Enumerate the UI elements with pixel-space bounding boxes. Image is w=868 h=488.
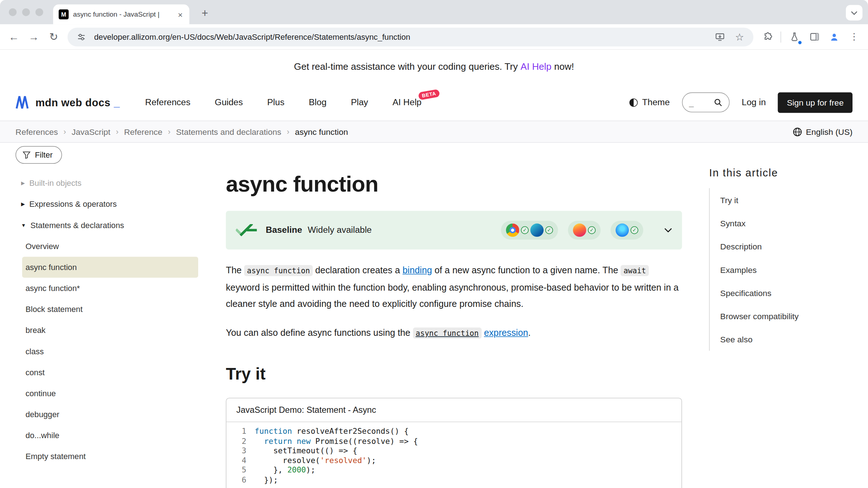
- breadcrumb-item[interactable]: Statements and declarations: [176, 127, 281, 136]
- globe-icon: [793, 127, 802, 136]
- demo-code-editor[interactable]: 1function resolveAfter2Seconds() {2 retu…: [226, 422, 681, 485]
- sidebar-item[interactable]: ▼Statements & declarations: [16, 215, 198, 236]
- line-number: 3: [226, 446, 246, 456]
- baseline-expand-chevron-icon[interactable]: [664, 228, 672, 232]
- nav-ai-help[interactable]: AI Help BETA: [392, 97, 421, 107]
- breadcrumb-item[interactable]: async function: [295, 127, 348, 136]
- experiments-flask-icon[interactable]: [786, 29, 803, 45]
- back-button[interactable]: ←: [5, 29, 22, 45]
- sidebar-item-label: const: [25, 368, 44, 377]
- install-app-icon[interactable]: [712, 33, 727, 41]
- forward-button[interactable]: →: [25, 29, 42, 45]
- search-hint: _: [689, 98, 709, 107]
- breadcrumb-item[interactable]: Reference: [124, 127, 162, 136]
- toolbar-separator: [780, 31, 781, 42]
- sidebar-item[interactable]: Overview: [22, 236, 198, 257]
- beta-badge: BETA: [418, 89, 440, 100]
- sidebar-item[interactable]: break: [22, 320, 198, 341]
- code-text: return new Promise((resolve) => {: [255, 436, 418, 446]
- ai-help-link[interactable]: AI Help: [520, 61, 551, 73]
- mdn-favicon-icon: M: [59, 9, 69, 20]
- filter-label: Filter: [35, 150, 52, 159]
- sidebar-item[interactable]: debugger: [22, 404, 198, 425]
- reload-button[interactable]: ↻: [46, 29, 62, 45]
- nav-plus[interactable]: Plus: [267, 97, 285, 107]
- nav-references[interactable]: References: [145, 97, 190, 107]
- browser-toolbar: ← → ↻ developer.allizom.org/en-US/docs/W…: [0, 24, 868, 50]
- header-right: Theme _ Log in Sign up for free: [629, 92, 852, 113]
- site-search[interactable]: _: [682, 93, 729, 112]
- mdn-logo[interactable]: mdn web docs _: [16, 96, 120, 109]
- breadcrumb-item[interactable]: References: [16, 127, 58, 136]
- toc-item[interactable]: Description: [720, 235, 848, 258]
- intro-paragraph: The async function declaration creates a…: [226, 262, 680, 312]
- page-title: async function: [226, 171, 682, 196]
- sidebar: Filter ▶Built-in objects▶Expressions & o…: [16, 146, 198, 467]
- sidebar-item-label: continue: [25, 389, 56, 398]
- sidebar-item[interactable]: class: [22, 341, 198, 362]
- sidebar-item[interactable]: ▶Expressions & operators: [16, 194, 198, 215]
- mdn-logo-mark-icon: [16, 96, 32, 109]
- nav-ai-help-label: AI Help: [392, 97, 421, 107]
- browser-tab[interactable]: M async function - JavaScript | ×: [53, 4, 190, 24]
- nav-guides[interactable]: Guides: [215, 97, 243, 107]
- browser-window: M async function - JavaScript | × + ← → …: [0, 0, 868, 488]
- expression-paragraph: You can also define async functions usin…: [226, 324, 680, 341]
- sidebar-item[interactable]: Block statement: [22, 299, 198, 320]
- sidebar-item[interactable]: ▶Built-in objects: [16, 173, 198, 194]
- inline-link[interactable]: expression: [484, 328, 528, 338]
- browser-menu-kebab-icon[interactable]: ⋮: [846, 29, 863, 45]
- sidebar-item-label: Built-in objects: [29, 179, 81, 187]
- toc-item[interactable]: Syntax: [720, 211, 848, 235]
- close-window-button[interactable]: [9, 8, 16, 16]
- support-pill-firefox: ✓: [568, 221, 600, 240]
- site-info-icon[interactable]: [74, 33, 89, 41]
- mdn-header: mdn web docs _ References Guides Plus Bl…: [0, 84, 868, 121]
- theme-half-circle-icon: [629, 98, 638, 107]
- sidebar-item[interactable]: continue: [22, 383, 198, 404]
- minimize-window-button[interactable]: [22, 8, 30, 16]
- maximize-window-button[interactable]: [35, 8, 43, 16]
- support-pill-chromium: ✓ ✓: [501, 221, 558, 240]
- theme-toggle[interactable]: Theme: [629, 97, 669, 107]
- toc-item[interactable]: See also: [720, 328, 848, 351]
- sidebar-item[interactable]: async function*: [22, 278, 198, 299]
- inline-code-link[interactable]: async function: [413, 328, 481, 338]
- nav-play[interactable]: Play: [351, 97, 368, 107]
- sidebar-item[interactable]: async function: [22, 257, 198, 278]
- toc-item[interactable]: Try it: [720, 188, 848, 211]
- side-panel-icon[interactable]: [806, 29, 823, 45]
- breadcrumb-item[interactable]: JavaScript: [72, 127, 110, 136]
- bookmark-star-icon[interactable]: ☆: [732, 31, 747, 43]
- baseline-widget[interactable]: Baseline Widely available ✓ ✓ ✓: [226, 211, 682, 249]
- breadcrumb-separator: ›: [168, 127, 170, 136]
- sidebar-item[interactable]: do...while: [22, 425, 198, 446]
- sidebar-item-label: do...while: [25, 431, 59, 440]
- url-text[interactable]: developer.allizom.org/en-US/docs/Web/Jav…: [94, 33, 707, 41]
- nav-blog[interactable]: Blog: [309, 97, 327, 107]
- toc-item[interactable]: Specifications: [720, 281, 848, 304]
- inline-link[interactable]: binding: [403, 265, 432, 275]
- close-tab-icon[interactable]: ×: [177, 10, 184, 19]
- toc-item[interactable]: Browser compatibility: [720, 304, 848, 328]
- in-this-article: In this article Try itSyntaxDescriptionE…: [709, 167, 849, 351]
- check-icon: ✓: [545, 226, 553, 234]
- extensions-puzzle-icon[interactable]: [759, 29, 775, 45]
- filter-button[interactable]: Filter: [16, 146, 62, 164]
- sidebar-item[interactable]: Empty statement: [22, 446, 198, 467]
- profile-avatar-icon[interactable]: [826, 29, 843, 45]
- login-link[interactable]: Log in: [742, 97, 766, 107]
- language-switcher[interactable]: English (US): [793, 127, 853, 136]
- expand-arrow-icon: ▶: [21, 180, 25, 186]
- sidebar-item-label: debugger: [25, 410, 59, 419]
- toc-item[interactable]: Examples: [720, 258, 848, 281]
- signup-button[interactable]: Sign up for free: [778, 92, 852, 113]
- breadcrumb-separator: ›: [287, 127, 289, 136]
- tab-search-button[interactable]: [846, 5, 863, 21]
- browser-support-pills: ✓ ✓ ✓ ✓: [501, 221, 672, 240]
- address-bar[interactable]: developer.allizom.org/en-US/docs/Web/Jav…: [68, 27, 753, 46]
- new-tab-button[interactable]: +: [197, 5, 213, 21]
- search-icon: [714, 98, 722, 107]
- sidebar-item[interactable]: const: [22, 362, 198, 383]
- page-layout: Filter ▶Built-in objects▶Expressions & o…: [0, 143, 868, 488]
